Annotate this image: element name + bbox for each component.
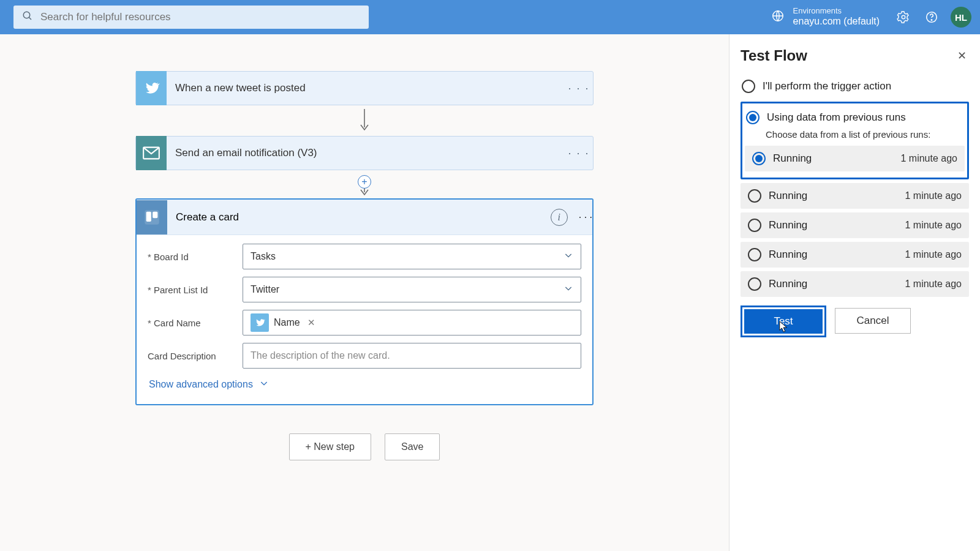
twitter-icon — [136, 71, 167, 105]
environment-icon — [771, 9, 785, 25]
radio-icon — [748, 219, 761, 232]
radio-icon — [742, 80, 755, 93]
search-box[interactable] — [13, 6, 369, 29]
step-menu-icon[interactable]: · · · — [579, 212, 592, 223]
previous-run-item[interactable]: Running 1 minute ago — [741, 183, 969, 209]
previous-run-item[interactable]: Running 1 minute ago — [745, 146, 965, 171]
step-title: Send an email notification (V3) — [167, 147, 565, 159]
chevron-down-icon — [564, 250, 573, 263]
new-step-button[interactable]: + New step — [289, 433, 371, 460]
board-id-value: Tasks — [251, 251, 276, 262]
run-status: Running — [773, 152, 812, 165]
svg-rect-10 — [146, 211, 151, 221]
cancel-button[interactable]: Cancel — [835, 308, 911, 334]
connector-add-icon[interactable]: + — [135, 170, 594, 198]
token-label: Name — [274, 317, 300, 328]
parent-list-label: * Parent List Id — [148, 285, 243, 295]
flow-canvas: When a new tweet is posted · · · Send an… — [0, 34, 729, 551]
step-menu-icon[interactable]: · · · — [565, 147, 593, 160]
step-title: When a new tweet is posted — [167, 82, 565, 94]
trigger-step[interactable]: When a new tweet is posted · · · — [135, 71, 594, 105]
chevron-down-icon — [259, 378, 269, 391]
dynamic-token[interactable]: Name ✕ — [251, 313, 315, 332]
environment-name: enayu.com (default) — [793, 16, 880, 27]
environment-label: Environments — [793, 7, 880, 16]
option-label: Using data from previous runs — [767, 111, 906, 124]
radio-icon — [748, 189, 761, 203]
run-time: 1 minute ago — [905, 249, 962, 260]
card-title: Create a card — [167, 211, 551, 223]
radio-icon — [752, 152, 766, 165]
close-icon[interactable]: ✕ — [955, 47, 969, 65]
run-time: 1 minute ago — [900, 153, 957, 164]
option-label: I'll perform the trigger action — [763, 80, 891, 92]
environment-picker[interactable]: Environments enayu.com (default) — [771, 7, 880, 27]
run-time: 1 minute ago — [905, 190, 962, 201]
option-previous-runs[interactable]: Using data from previous runs — [745, 107, 965, 128]
avatar[interactable]: HL — [951, 7, 971, 28]
svg-point-0 — [23, 12, 30, 18]
help-icon[interactable] — [924, 9, 940, 25]
token-remove-icon[interactable]: ✕ — [307, 317, 315, 328]
search-icon — [22, 10, 33, 24]
card-description-input[interactable]: The description of the new card. — [243, 343, 581, 369]
card-header[interactable]: Create a card i · · · — [137, 200, 592, 235]
previous-run-item[interactable]: Running 1 minute ago — [741, 271, 969, 297]
card-name-label: * Card Name — [148, 318, 243, 328]
connector-arrow-icon — [135, 105, 594, 136]
gear-icon[interactable] — [895, 9, 911, 25]
option-previous-runs-highlight: Using data from previous runs Choose dat… — [741, 102, 969, 179]
card-description-label: Card Description — [148, 351, 243, 361]
run-status: Running — [769, 190, 807, 202]
save-button[interactable]: Save — [385, 433, 440, 460]
twitter-icon — [251, 313, 269, 332]
top-bar: Environments enayu.com (default) HL — [0, 0, 980, 34]
run-status: Running — [769, 219, 807, 231]
card-name-input[interactable]: Name ✕ — [243, 310, 581, 335]
panel-title: Test Flow — [741, 47, 807, 64]
parent-list-select[interactable]: Twitter — [243, 277, 581, 302]
test-flow-panel: Test Flow ✕ I'll perform the trigger act… — [729, 34, 980, 551]
trello-icon — [137, 200, 167, 234]
info-icon[interactable]: i — [551, 209, 568, 226]
radio-icon — [748, 248, 761, 261]
search-input[interactable] — [40, 11, 360, 23]
action-step-email[interactable]: Send an email notification (V3) · · · — [135, 136, 594, 170]
parent-list-value: Twitter — [251, 284, 279, 295]
board-id-label: * Board Id — [148, 252, 243, 262]
chevron-down-icon — [564, 283, 573, 296]
run-time: 1 minute ago — [905, 220, 962, 231]
svg-point-5 — [931, 20, 932, 20]
test-button[interactable]: Test — [744, 309, 823, 334]
previous-run-item[interactable]: Running 1 minute ago — [741, 242, 969, 268]
board-id-select[interactable]: Tasks — [243, 244, 581, 269]
test-button-highlight: Test — [741, 305, 826, 337]
step-menu-icon[interactable]: · · · — [565, 82, 593, 95]
action-step-create-card: Create a card i · · · * Board Id Tasks — [135, 198, 594, 405]
show-advanced-label: Show advanced options — [149, 379, 253, 390]
svg-rect-11 — [153, 211, 157, 218]
radio-icon — [748, 277, 761, 291]
radio-icon — [746, 111, 760, 124]
svg-line-1 — [29, 17, 31, 20]
mail-icon — [136, 136, 167, 170]
run-time: 1 minute ago — [905, 279, 962, 290]
option-subtext: Choose data from a list of previous runs… — [766, 129, 965, 140]
svg-point-3 — [902, 15, 905, 19]
card-description-placeholder: The description of the new card. — [251, 350, 390, 361]
option-manual-trigger[interactable]: I'll perform the trigger action — [741, 76, 969, 97]
run-status: Running — [769, 249, 807, 261]
run-status: Running — [769, 278, 807, 290]
show-advanced-toggle[interactable]: Show advanced options — [148, 376, 581, 393]
previous-run-item[interactable]: Running 1 minute ago — [741, 212, 969, 238]
